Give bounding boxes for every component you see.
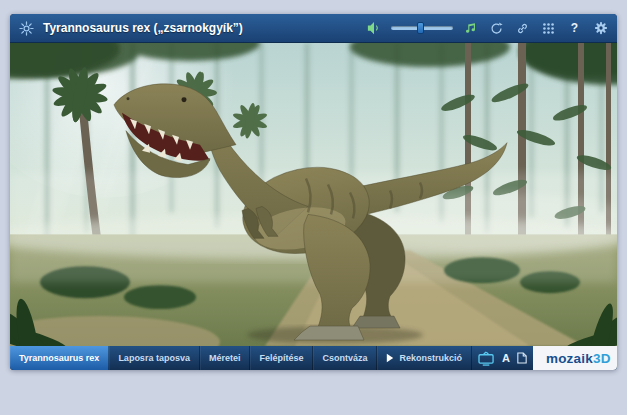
mozaik3d-player-window: Tyrannosaurus rex („zsarnokgyík”) [10,14,617,370]
tab-label: Felépítése [259,353,303,363]
mozaik3d-logo[interactable]: mozaik3D [533,346,617,370]
tab-rekonstrukcio[interactable]: Rekonstrukció [377,346,472,370]
logo-text-mozaik: mozaik [546,351,593,366]
tab-tyrannosaurus-rex[interactable]: Tyrannosaurus rex [10,346,109,370]
replay-icon[interactable] [488,20,505,37]
tab-meretei[interactable]: Méretei [200,346,251,370]
bottom-tab-bar: Tyrannosaurus rex Laposra taposva Mérete… [10,346,617,370]
link-icon[interactable] [514,20,531,37]
tab-label: Méretei [209,353,241,363]
help-icon[interactable]: ? [566,20,583,37]
music-note-icon[interactable] [462,20,479,37]
tv-icon[interactable] [478,351,495,366]
scene-3d-viewport[interactable] [10,43,617,346]
play-icon [386,353,394,363]
page-title: Tyrannosaurus rex („zsarnokgyík”) [43,21,243,35]
settings-gear-icon[interactable] [592,20,609,37]
tab-csontvaza[interactable]: Csontváza [313,346,377,370]
tab-label: Tyrannosaurus rex [19,353,99,363]
scene-illustration [10,43,617,346]
header-toolbar: ? [365,20,609,37]
volume-slider-handle[interactable] [417,22,424,34]
text-size-button[interactable]: A [502,353,510,364]
volume-slider[interactable] [391,21,453,35]
tab-felepitese[interactable]: Felépítése [250,346,313,370]
tab-laposra-taposva[interactable]: Laposra taposva [109,346,200,370]
footer-tools: A [472,346,533,370]
volume-icon[interactable] [365,20,382,37]
tab-label: Rekonstrukció [399,353,462,363]
tab-label: Csontváza [322,353,367,363]
tab-label: Laposra taposva [118,353,190,363]
logo-text-3d: 3D [593,351,611,366]
title-bar: Tyrannosaurus rex („zsarnokgyík”) [10,14,617,43]
apps-grid-icon[interactable] [540,20,557,37]
app-icon [18,20,35,37]
document-icon[interactable] [517,352,527,364]
